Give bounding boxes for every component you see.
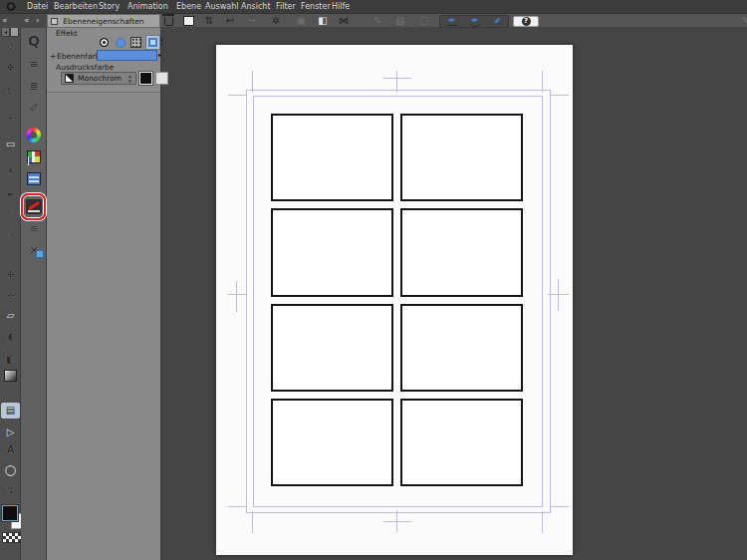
- square-disabled-icon[interactable]: ▢: [416, 14, 432, 28]
- register-cross-right: [558, 279, 559, 311]
- menu-filter[interactable]: Filter: [276, 0, 296, 13]
- menu-auswahl[interactable]: Auswahl: [205, 0, 238, 13]
- trim-mark-tick: [228, 506, 246, 507]
- expression-spinner[interactable]: ▴ ▾: [126, 74, 133, 84]
- trim-mark-tick: [252, 71, 253, 93]
- brush-tool[interactable]: ✑: [0, 227, 21, 243]
- register-cross-left: [227, 294, 247, 295]
- color-wheel-palette-icon[interactable]: [21, 127, 47, 144]
- expression-color-value: Monochrom: [78, 74, 126, 83]
- menu-fenster[interactable]: Fenster: [301, 0, 331, 13]
- expression-color-dropdown[interactable]: Monochrom ▴ ▾: [61, 72, 136, 85]
- blend-tool[interactable]: ◖: [0, 329, 21, 345]
- halftone-effect-button[interactable]: [129, 36, 142, 49]
- fill-bucket-icon[interactable]: ◧: [315, 14, 331, 28]
- new-paper-icon[interactable]: [183, 16, 194, 26]
- layer-property-panel: Effekt ▴ ▾ + Ebenenfarbe ▸ Ausdrucksfarb…: [47, 27, 162, 560]
- register-cross-right: [548, 294, 569, 295]
- select-boundary-icon[interactable]: ▣: [293, 14, 309, 28]
- pen-tool[interactable]: ✒: [0, 187, 21, 203]
- layer-color-arrow-icon[interactable]: ▸: [158, 51, 161, 58]
- color-set-palette-icon[interactable]: [21, 148, 47, 166]
- balloon-tool[interactable]: ◯: [0, 462, 21, 478]
- draw-color-black-swatch[interactable]: [139, 72, 152, 85]
- layer-color-expander[interactable]: +: [50, 52, 56, 61]
- trim-mark-tick: [542, 511, 543, 533]
- hand-tool[interactable]: ✥: [0, 60, 21, 76]
- border-effect-button[interactable]: [98, 36, 111, 49]
- expand-dock-button[interactable]: ›: [36, 14, 40, 28]
- effect-spinner[interactable]: ▴ ▾: [158, 37, 165, 47]
- marquee-select-tool[interactable]: ▭: [0, 137, 21, 152]
- menu-ebene[interactable]: Ebene: [176, 0, 201, 13]
- menu-bearbeiten[interactable]: Bearbeiten: [54, 0, 98, 13]
- gradient-tool[interactable]: [0, 370, 21, 386]
- tool-property-palette-icon[interactable]: ≣: [21, 78, 47, 96]
- trim-mark-tick: [228, 95, 246, 96]
- decoration-tool[interactable]: ❉: [0, 267, 21, 283]
- comic-panel-grid: [271, 114, 523, 486]
- line-tool[interactable]: ╱: [0, 385, 21, 401]
- comic-panel: [400, 304, 523, 392]
- collapse-all-button[interactable]: «: [2, 14, 8, 28]
- tone-palette-icon[interactable]: ≋: [21, 220, 47, 238]
- spinner-down-icon[interactable]: ▾: [160, 42, 163, 47]
- color-set-icon: [27, 150, 41, 163]
- pen-settings-icon[interactable]: ✎: [370, 14, 385, 28]
- register-cross-top: [396, 71, 397, 93]
- comic-panel: [271, 304, 393, 392]
- undo-icon[interactable]: ↩: [222, 14, 238, 28]
- brush-size-palette-icon[interactable]: ✐: [21, 100, 47, 118]
- foreground-color-swatch[interactable]: [2, 505, 18, 521]
- snap-ruler-icon[interactable]: ✒: [444, 14, 460, 28]
- snap-special-ruler-icon[interactable]: ✒: [467, 14, 483, 28]
- layer-color-value[interactable]: [97, 50, 157, 61]
- menu-story[interactable]: Story: [99, 0, 120, 13]
- eraser-tool[interactable]: ▱: [0, 308, 21, 324]
- airbrush-tool[interactable]: ∷: [0, 247, 21, 263]
- tone-effect-icon: [116, 38, 125, 48]
- auto-select-tool[interactable]: ✶: [0, 163, 21, 179]
- fill-tool[interactable]: ◧: [0, 352, 21, 368]
- polyline-tool[interactable]: ▷: [0, 424, 21, 440]
- text-tool[interactable]: A: [0, 442, 21, 458]
- gradient-disabled-icon[interactable]: ▨: [392, 14, 408, 28]
- register-cross-left: [236, 281, 237, 312]
- frame-border-tool[interactable]: ▤: [1, 403, 20, 419]
- tone-effect-button[interactable]: [114, 36, 126, 49]
- menu-ansicht[interactable]: Ansicht: [241, 0, 271, 13]
- sub-tool-palette-icon[interactable]: ≡: [21, 56, 47, 74]
- correction-tool[interactable]: ↯: [0, 482, 21, 498]
- menu-hilfe[interactable]: Hilfe: [332, 0, 350, 13]
- menu-animation[interactable]: Animation: [127, 0, 168, 13]
- delete-icon[interactable]: [164, 17, 173, 26]
- redo-icon[interactable]: ↪: [244, 14, 260, 28]
- collapse-dock-button[interactable]: «: [24, 14, 30, 28]
- menu-datei[interactable]: Datei: [27, 0, 48, 13]
- figure-tool[interactable]: ✛: [0, 288, 21, 304]
- switch-order-icon[interactable]: ⇅: [201, 14, 217, 28]
- rotate-view-tool[interactable]: ↻: [0, 84, 21, 100]
- deselect-icon[interactable]: ✲: [268, 14, 284, 28]
- panel-title: Ebeneneigenschaften: [63, 17, 143, 26]
- operation-tool[interactable]: ➢: [0, 110, 21, 126]
- transform-icon[interactable]: ⋈: [336, 14, 352, 28]
- draw-color-white-swatch[interactable]: [155, 72, 168, 85]
- panel-menu-icon[interactable]: [51, 18, 58, 25]
- edge-cut-icon[interactable]: ✎: [738, 14, 747, 28]
- transparent-color-swatch[interactable]: [2, 532, 23, 543]
- canvas-page[interactable]: [216, 45, 573, 555]
- zoom-tool[interactable]: ☌: [0, 38, 21, 54]
- comic-panel: [400, 399, 523, 486]
- help-button[interactable]: ?: [513, 16, 539, 27]
- help-icon: ?: [522, 17, 531, 26]
- trim-mark-tick: [252, 511, 253, 533]
- pencil-tool[interactable]: ✎: [0, 207, 21, 223]
- spinner-down-icon[interactable]: ▾: [128, 79, 131, 84]
- comic-panel: [400, 114, 523, 201]
- clear-palette-icon[interactable]: ✕: [21, 242, 47, 260]
- layer-property-panel-titlebar[interactable]: Ebeneneigenschaften: [47, 14, 160, 28]
- quick-access-palette-icon[interactable]: Q: [21, 32, 47, 50]
- palette-dock: Q ≡ ≣ ✐ ≋ ✕: [21, 27, 47, 560]
- color-slider-palette-icon[interactable]: [21, 170, 47, 188]
